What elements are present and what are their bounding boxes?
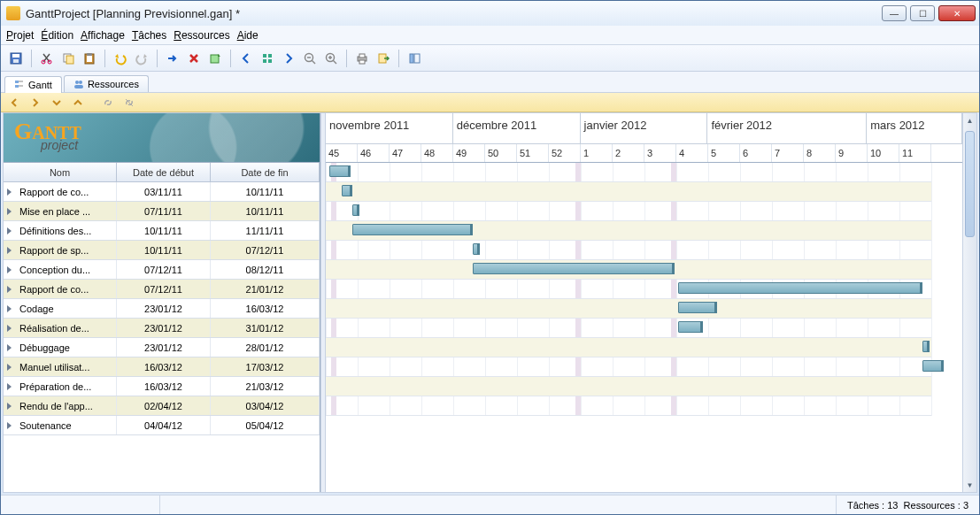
table-row[interactable]: Rendu de l'app...02/04/1203/04/12 bbox=[4, 396, 320, 416]
table-row[interactable]: Rapport de co...03/11/1110/11/11 bbox=[4, 182, 320, 202]
header-name[interactable]: Nom bbox=[4, 163, 117, 181]
copy-icon[interactable] bbox=[58, 49, 78, 68]
link-tool-icon[interactable] bbox=[98, 93, 118, 112]
expand-icon[interactable] bbox=[7, 402, 16, 411]
expand-icon[interactable] bbox=[7, 343, 16, 352]
gantt-row[interactable] bbox=[326, 163, 931, 182]
redo-icon[interactable] bbox=[132, 49, 151, 68]
task-name: Rendu de l'app... bbox=[19, 401, 93, 411]
svg-rect-6 bbox=[66, 56, 73, 64]
table-row[interactable]: Soutenance04/04/1205/04/12 bbox=[4, 416, 320, 435]
table-row[interactable]: Manuel utilisat...16/03/1217/03/12 bbox=[4, 357, 320, 377]
tab-resources[interactable]: Ressources bbox=[64, 75, 149, 92]
gantt-scroll[interactable]: novembre 2011décembre 2011janvier 2012fé… bbox=[326, 113, 962, 492]
today-icon[interactable] bbox=[258, 49, 277, 68]
zoom-in-icon[interactable] bbox=[321, 49, 341, 68]
maximize-button[interactable]: ☐ bbox=[910, 5, 935, 21]
expand-icon[interactable] bbox=[7, 304, 16, 313]
week-header: 46 bbox=[358, 144, 390, 162]
gantt-row[interactable] bbox=[326, 202, 931, 221]
gantt-row[interactable] bbox=[326, 260, 931, 280]
table-row[interactable]: Définitions des...10/11/1111/11/11 bbox=[4, 221, 320, 241]
table-row[interactable]: Mise en place ...07/11/1110/11/11 bbox=[4, 202, 320, 221]
gantt-row[interactable] bbox=[326, 182, 931, 202]
expand-icon[interactable] bbox=[7, 207, 16, 216]
menu-ressources[interactable]: Ressources bbox=[174, 29, 229, 42]
paste-icon[interactable] bbox=[80, 49, 99, 68]
tab-gantt[interactable]: Gantt bbox=[4, 76, 62, 93]
gantt-row[interactable] bbox=[326, 396, 931, 416]
nav-back-icon[interactable] bbox=[236, 49, 256, 68]
goto-icon[interactable] bbox=[163, 49, 182, 68]
gantt-bar[interactable] bbox=[678, 321, 703, 333]
gantt-bar[interactable] bbox=[922, 341, 930, 352]
minimize-button[interactable]: — bbox=[882, 5, 907, 21]
table-row[interactable]: Codage23/01/1216/03/12 bbox=[4, 299, 320, 319]
undo-icon[interactable] bbox=[111, 49, 130, 68]
separator bbox=[31, 50, 32, 67]
gantt-bar[interactable] bbox=[352, 204, 359, 216]
nav-fwd-icon[interactable] bbox=[279, 49, 298, 68]
table-row[interactable]: Rapport de sp...10/11/1107/12/11 bbox=[4, 241, 320, 260]
nav-right-icon[interactable] bbox=[26, 93, 45, 112]
gantt-bar[interactable] bbox=[473, 243, 480, 255]
task-name: Conception du... bbox=[19, 265, 90, 275]
expand-icon[interactable] bbox=[7, 324, 16, 333]
scroll-thumb[interactable] bbox=[965, 131, 975, 237]
scroll-down-icon[interactable]: ▼ bbox=[963, 478, 976, 492]
table-body: Rapport de co...03/11/1110/11/11Mise en … bbox=[4, 182, 320, 492]
task-name: Rapport de co... bbox=[19, 284, 89, 295]
table-row[interactable]: Réalisation de...23/01/1231/01/12 bbox=[4, 319, 320, 338]
expand-icon[interactable] bbox=[7, 285, 16, 294]
vertical-scrollbar[interactable]: ▲ ▼ bbox=[962, 113, 976, 492]
menu-taches[interactable]: Tâches bbox=[132, 29, 166, 42]
nav-down-icon[interactable] bbox=[47, 93, 66, 112]
gantt-bar[interactable] bbox=[473, 263, 675, 274]
expand-icon[interactable] bbox=[7, 227, 16, 235]
header-start[interactable]: Date de début bbox=[117, 163, 211, 181]
menu-projet[interactable]: Projet bbox=[6, 29, 34, 42]
gantt-bar[interactable] bbox=[678, 302, 717, 313]
expand-icon[interactable] bbox=[7, 246, 16, 255]
gantt-bar[interactable] bbox=[329, 165, 351, 177]
gantt-bar[interactable] bbox=[342, 185, 352, 196]
expand-icon[interactable] bbox=[7, 382, 16, 391]
gantt-bar[interactable] bbox=[352, 224, 473, 235]
panel-icon[interactable] bbox=[405, 49, 424, 68]
gantt-row[interactable] bbox=[326, 299, 931, 319]
gantt-row[interactable] bbox=[326, 319, 931, 338]
delete-icon[interactable] bbox=[184, 49, 204, 68]
months-row: novembre 2011décembre 2011janvier 2012fé… bbox=[326, 113, 962, 144]
new-task-icon[interactable] bbox=[205, 49, 225, 68]
gantt-bar[interactable] bbox=[922, 360, 944, 372]
expand-icon[interactable] bbox=[7, 265, 16, 274]
nav-up-icon[interactable] bbox=[68, 93, 88, 112]
cut-icon[interactable] bbox=[37, 49, 57, 68]
zoom-out-icon[interactable] bbox=[300, 49, 320, 68]
close-button[interactable]: ✕ bbox=[938, 5, 976, 21]
scroll-up-icon[interactable]: ▲ bbox=[963, 113, 976, 127]
gantt-row[interactable] bbox=[326, 221, 931, 241]
expand-icon[interactable] bbox=[7, 188, 16, 196]
menu-edition[interactable]: Édition bbox=[41, 29, 73, 42]
table-row[interactable]: Conception du...07/12/1108/12/11 bbox=[4, 260, 320, 280]
expand-icon[interactable] bbox=[7, 421, 16, 430]
table-row[interactable]: Rapport de co...07/12/1121/01/12 bbox=[4, 280, 320, 299]
menu-affichage[interactable]: Affichage bbox=[81, 29, 125, 42]
nav-left-icon[interactable] bbox=[4, 93, 24, 112]
gantt-row[interactable] bbox=[326, 338, 931, 357]
expand-icon[interactable] bbox=[7, 363, 16, 372]
gantt-bar[interactable] bbox=[678, 282, 922, 294]
print-icon[interactable] bbox=[352, 49, 372, 68]
gantt-row[interactable] bbox=[326, 357, 931, 377]
unlink-tool-icon[interactable] bbox=[120, 93, 139, 112]
save-icon[interactable] bbox=[6, 49, 26, 68]
export-icon[interactable] bbox=[374, 49, 393, 68]
menu-aide[interactable]: Aide bbox=[237, 29, 259, 42]
gantt-row[interactable] bbox=[326, 280, 931, 299]
gantt-row[interactable] bbox=[326, 377, 931, 396]
table-row[interactable]: Préparation de...16/03/1221/03/12 bbox=[4, 377, 320, 396]
gantt-row[interactable] bbox=[326, 241, 931, 260]
table-row[interactable]: Débuggage23/01/1228/01/12 bbox=[4, 338, 320, 357]
header-end[interactable]: Date de fin bbox=[211, 163, 320, 181]
